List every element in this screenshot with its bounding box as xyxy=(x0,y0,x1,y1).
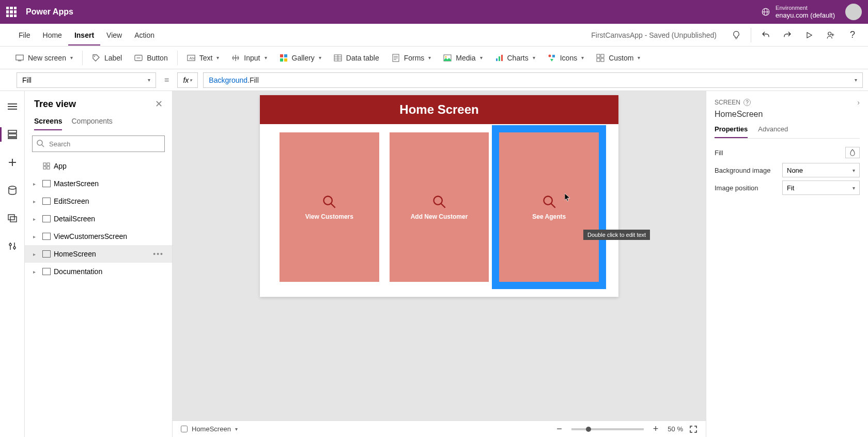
rail-media[interactable] xyxy=(4,210,21,227)
card-add-new-customer[interactable]: Add New Customer xyxy=(390,132,489,282)
fill-color-swatch[interactable] xyxy=(845,147,860,158)
tree-item-masterscreen[interactable]: ▸ MasterScreen xyxy=(25,175,172,192)
chevron-right-icon[interactable]: › xyxy=(857,98,860,107)
zoom-value: 50 xyxy=(668,425,675,433)
chevron-right-icon[interactable]: ▸ xyxy=(33,269,39,275)
tree-item-editscreen[interactable]: ▸ EditScreen xyxy=(25,192,172,210)
property-selector[interactable]: Fill ▾ xyxy=(17,72,156,88)
zoom-slider[interactable] xyxy=(571,428,644,430)
screen-checkbox[interactable] xyxy=(181,426,188,432)
more-icon[interactable]: ••• xyxy=(153,250,167,258)
menu-file[interactable]: File xyxy=(12,25,37,46)
chevron-down-icon[interactable]: ▾ xyxy=(855,77,857,83)
avatar[interactable] xyxy=(845,4,862,20)
menu-home[interactable]: Home xyxy=(37,25,68,46)
help-icon[interactable]: ? xyxy=(743,99,751,106)
rail-advanced-tools[interactable] xyxy=(4,238,21,254)
svg-point-57 xyxy=(434,196,442,204)
share-button[interactable] xyxy=(822,26,840,44)
image-position-value: Fit xyxy=(787,184,794,192)
rail-insert[interactable] xyxy=(4,154,21,171)
tree-item-documentation[interactable]: ▸ Documentation xyxy=(25,263,172,280)
chevron-down-icon: ▾ xyxy=(319,55,321,61)
insert-input-button[interactable]: Input ▾ xyxy=(225,51,273,65)
chevron-right-icon[interactable]: ▸ xyxy=(33,251,39,257)
svg-rect-4 xyxy=(16,55,23,60)
chevron-down-icon[interactable]: ▾ xyxy=(235,426,238,432)
menu-insert[interactable]: Insert xyxy=(68,25,100,46)
tree-item-app[interactable]: App xyxy=(25,157,172,175)
svg-point-3 xyxy=(828,32,831,35)
prop-fill-label: Fill xyxy=(715,149,723,157)
redo-button[interactable] xyxy=(778,26,797,44)
insert-charts-button[interactable]: Charts ▾ xyxy=(489,51,541,65)
svg-rect-27 xyxy=(501,55,503,61)
menu-bar: File Home Insert View Action FirstCanvas… xyxy=(0,24,868,47)
chevron-right-icon[interactable]: ▸ xyxy=(33,181,39,187)
svg-rect-30 xyxy=(597,54,600,57)
insert-label-button[interactable]: Label xyxy=(86,51,128,65)
insert-media-button[interactable]: Media ▾ xyxy=(437,51,488,65)
rail-data[interactable] xyxy=(4,182,21,199)
formula-prop: .Fill xyxy=(247,76,259,84)
canvas-area[interactable]: Home Screen View Customers Add New Custo… xyxy=(173,91,706,437)
insert-data-table-label: Data table xyxy=(346,54,379,62)
card-see-agents[interactable]: See Agents xyxy=(499,132,599,282)
tab-components[interactable]: Components xyxy=(71,117,112,130)
app-checker-button[interactable] xyxy=(727,26,746,44)
insert-media-label: Media xyxy=(456,54,475,62)
insert-gallery-button[interactable]: Gallery ▾ xyxy=(273,51,328,65)
formula-input[interactable]: Background.Fill ▾ xyxy=(203,72,863,88)
preview-button[interactable] xyxy=(800,26,818,44)
screen-icon xyxy=(42,250,51,258)
fit-to-window-button[interactable] xyxy=(689,425,698,433)
svg-rect-31 xyxy=(601,54,604,57)
forms-icon xyxy=(392,54,400,62)
rail-tree-view[interactable] xyxy=(4,126,21,143)
search-input[interactable] xyxy=(32,135,165,152)
tab-advanced[interactable]: Advanced xyxy=(758,125,788,138)
insert-button-button[interactable]: Button xyxy=(128,51,174,65)
canvas[interactable]: Home Screen View Customers Add New Custo… xyxy=(260,95,618,297)
chevron-right-icon[interactable]: ▸ xyxy=(33,234,39,239)
screen-icon xyxy=(42,215,51,223)
menu-view[interactable]: View xyxy=(100,25,128,46)
zoom-in-button[interactable]: + xyxy=(653,424,659,434)
insert-charts-label: Charts xyxy=(507,54,529,62)
image-position-select[interactable]: Fit ▾ xyxy=(782,180,860,195)
tab-properties[interactable]: Properties xyxy=(715,125,748,138)
tab-screens[interactable]: Screens xyxy=(34,117,62,130)
menu-action[interactable]: Action xyxy=(128,25,161,46)
insert-text-button[interactable]: Abc Text ▾ xyxy=(181,51,226,65)
card-view-customers[interactable]: View Customers xyxy=(280,132,379,282)
tree-item-label: Documentation xyxy=(54,267,167,276)
waffle-icon[interactable] xyxy=(6,7,17,17)
tree-item-viewcustomersscreen[interactable]: ▸ ViewCustomersScreen xyxy=(25,228,172,245)
button-icon xyxy=(134,54,143,62)
icons-icon xyxy=(548,54,556,62)
insert-custom-label: Custom xyxy=(609,54,633,62)
bg-image-select[interactable]: None ▾ xyxy=(782,163,860,177)
close-icon[interactable]: ✕ xyxy=(155,98,163,110)
insert-data-table-button[interactable]: Data table xyxy=(328,51,385,65)
help-button[interactable]: ? xyxy=(843,26,862,44)
insert-custom-button[interactable]: Custom ▾ xyxy=(590,51,646,65)
new-screen-button[interactable]: New screen ▾ xyxy=(9,51,79,65)
undo-button[interactable] xyxy=(756,26,775,44)
tree-item-detailscreen[interactable]: ▸ DetailScreen xyxy=(25,210,172,228)
tree-item-homescreen[interactable]: ▸ HomeScreen ••• xyxy=(25,245,172,263)
tree-search[interactable] xyxy=(32,135,165,152)
insert-icons-button[interactable]: Icons ▾ xyxy=(541,51,590,65)
chevron-down-icon: ▾ xyxy=(70,55,73,61)
fx-button[interactable]: fx▾ xyxy=(177,72,198,88)
edit-tooltip: Double click to edit text xyxy=(583,230,650,240)
equals-label: = xyxy=(161,76,172,85)
canvas-header[interactable]: Home Screen xyxy=(260,95,618,124)
environment-picker[interactable]: Environment enayu.com (default) xyxy=(761,5,835,20)
insert-forms-button[interactable]: Forms ▾ xyxy=(385,51,438,65)
chevron-right-icon[interactable]: ▸ xyxy=(33,216,39,222)
zoom-out-button[interactable]: − xyxy=(556,424,562,434)
svg-rect-33 xyxy=(601,58,604,62)
rail-hamburger[interactable] xyxy=(4,98,21,115)
chevron-right-icon[interactable]: ▸ xyxy=(33,199,39,204)
